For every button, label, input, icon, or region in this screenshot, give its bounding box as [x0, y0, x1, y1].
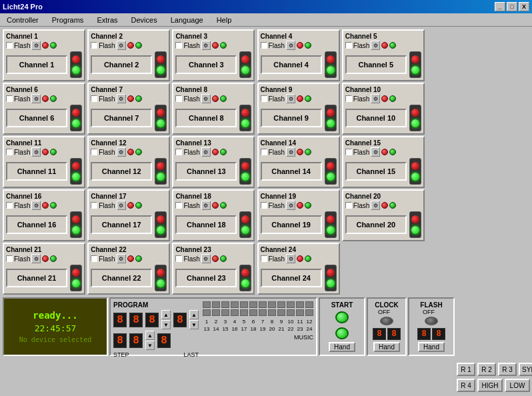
- channel-11-checkbox[interactable]: [6, 149, 13, 155]
- channel-14-settings-icon[interactable]: ⚙: [286, 147, 295, 157]
- r2-button[interactable]: R 2: [477, 363, 496, 376]
- prog-ind-20[interactable]: [268, 309, 276, 316]
- channel-2-settings-icon[interactable]: ⚙: [117, 41, 126, 50]
- channel-4-settings-icon[interactable]: ⚙: [286, 41, 295, 50]
- channel-7-settings-icon[interactable]: ⚙: [117, 94, 126, 103]
- prog-ind-18[interactable]: [249, 309, 257, 316]
- channel-10-settings-icon[interactable]: ⚙: [371, 94, 380, 103]
- channel-21-settings-icon[interactable]: ⚙: [31, 254, 41, 263]
- channel-8-settings-icon[interactable]: ⚙: [201, 94, 211, 103]
- menu-programs[interactable]: Programs: [48, 15, 88, 25]
- close-button[interactable]: X: [519, 2, 529, 11]
- prog-ind-7[interactable]: [259, 301, 267, 308]
- channel-9-checkbox[interactable]: [261, 95, 267, 102]
- sync-button[interactable]: SYNC: [519, 363, 532, 376]
- prog-ind-15[interactable]: [221, 309, 229, 316]
- channel-13-checkbox[interactable]: [175, 149, 182, 155]
- channel-5-button[interactable]: Channel 5: [345, 55, 407, 74]
- channel-5-checkbox[interactable]: [345, 42, 352, 49]
- channel-18-checkbox[interactable]: [175, 202, 182, 209]
- channel-20-settings-icon[interactable]: ⚙: [371, 201, 380, 210]
- channel-6-checkbox[interactable]: [6, 95, 13, 102]
- prog-down2[interactable]: ▼: [189, 320, 199, 329]
- channel-15-settings-icon[interactable]: ⚙: [371, 147, 380, 157]
- prog-ind-21[interactable]: [277, 309, 285, 316]
- prog-ind-13[interactable]: [203, 309, 211, 316]
- channel-11-button[interactable]: Channel 11: [6, 162, 67, 181]
- prog-ind-4[interactable]: [231, 301, 239, 308]
- prog-ind-19[interactable]: [259, 309, 267, 316]
- prog-ind-24[interactable]: [305, 309, 313, 316]
- prog-ind-1[interactable]: [203, 301, 211, 308]
- channel-22-settings-icon[interactable]: ⚙: [117, 254, 126, 263]
- channel-10-checkbox[interactable]: [345, 95, 352, 102]
- channel-2-checkbox[interactable]: [91, 42, 97, 49]
- channel-7-button[interactable]: Channel 7: [91, 109, 152, 127]
- channel-3-button[interactable]: Channel 3: [175, 55, 237, 74]
- channel-13-button[interactable]: Channel 13: [175, 162, 237, 181]
- channel-6-button[interactable]: Channel 6: [6, 109, 67, 127]
- channel-4-checkbox[interactable]: [261, 42, 267, 49]
- channel-5-settings-icon[interactable]: ⚙: [371, 41, 380, 50]
- channel-21-button[interactable]: Channel 21: [6, 269, 67, 287]
- r4-button[interactable]: R 4: [457, 379, 475, 392]
- channel-24-settings-icon[interactable]: ⚙: [286, 254, 295, 263]
- channel-14-checkbox[interactable]: [261, 149, 267, 155]
- channel-21-checkbox[interactable]: [6, 255, 13, 262]
- channel-8-button[interactable]: Channel 8: [175, 109, 237, 127]
- channel-19-button[interactable]: Channel 19: [261, 215, 322, 234]
- channel-12-settings-icon[interactable]: ⚙: [117, 147, 126, 157]
- channel-2-button[interactable]: Channel 2: [91, 55, 152, 74]
- channel-18-button[interactable]: Channel 18: [175, 215, 237, 234]
- channel-22-checkbox[interactable]: [91, 255, 97, 262]
- channel-23-settings-icon[interactable]: ⚙: [201, 254, 211, 263]
- channel-15-button[interactable]: Channel 15: [345, 162, 407, 181]
- channel-3-settings-icon[interactable]: ⚙: [201, 41, 211, 50]
- prog-up2[interactable]: ▲: [189, 310, 199, 319]
- channel-7-checkbox[interactable]: [91, 95, 97, 102]
- prog-ind-2[interactable]: [212, 301, 220, 308]
- channel-22-button[interactable]: Channel 22: [91, 269, 152, 287]
- menu-language[interactable]: Language: [167, 15, 207, 25]
- menu-controller[interactable]: Controller: [3, 15, 43, 25]
- channel-3-checkbox[interactable]: [175, 42, 182, 49]
- channel-23-checkbox[interactable]: [175, 255, 182, 262]
- low-button[interactable]: LOW: [505, 379, 530, 392]
- start-hand-button[interactable]: Hand: [329, 342, 355, 352]
- prog-ind-17[interactable]: [240, 309, 248, 316]
- channel-12-button[interactable]: Channel 12: [91, 162, 152, 181]
- channel-16-settings-icon[interactable]: ⚙: [31, 201, 41, 210]
- channel-24-button[interactable]: Channel 24: [261, 269, 322, 287]
- channel-16-checkbox[interactable]: [6, 202, 13, 209]
- r3-button[interactable]: R 3: [498, 363, 517, 376]
- clock-hand-button[interactable]: Hand: [373, 342, 400, 352]
- prog-ind-23[interactable]: [296, 309, 304, 316]
- prog-ind-9[interactable]: [277, 301, 285, 308]
- channel-9-button[interactable]: Channel 9: [261, 109, 322, 127]
- channel-13-settings-icon[interactable]: ⚙: [201, 147, 211, 157]
- prog-ind-22[interactable]: [287, 309, 295, 316]
- channel-19-checkbox[interactable]: [261, 202, 267, 209]
- channel-14-button[interactable]: Channel 14: [261, 162, 322, 181]
- prog-ind-14[interactable]: [212, 309, 220, 316]
- prog-ind-8[interactable]: [268, 301, 276, 308]
- channel-23-button[interactable]: Channel 23: [175, 269, 237, 287]
- prog-down3[interactable]: ▼: [145, 341, 155, 350]
- clock-knob[interactable]: [380, 317, 393, 325]
- channel-15-checkbox[interactable]: [345, 149, 352, 155]
- menu-devices[interactable]: Devices: [127, 15, 161, 25]
- channel-16-button[interactable]: Channel 16: [6, 215, 67, 234]
- channel-10-button[interactable]: Channel 10: [345, 109, 407, 127]
- channel-19-settings-icon[interactable]: ⚙: [286, 201, 295, 210]
- channel-17-button[interactable]: Channel 17: [91, 215, 152, 234]
- prog-ind-5[interactable]: [240, 301, 248, 308]
- prog-up3[interactable]: ▲: [145, 331, 155, 340]
- channel-1-settings-icon[interactable]: ⚙: [31, 41, 41, 50]
- channel-1-button[interactable]: Channel 1: [6, 55, 67, 74]
- channel-24-checkbox[interactable]: [261, 255, 267, 262]
- channel-20-button[interactable]: Channel 20: [345, 215, 407, 234]
- minimize-button[interactable]: _: [495, 2, 505, 11]
- channel-4-button[interactable]: Channel 4: [261, 55, 322, 74]
- channel-6-settings-icon[interactable]: ⚙: [31, 94, 41, 103]
- prog-ind-11[interactable]: [296, 301, 304, 308]
